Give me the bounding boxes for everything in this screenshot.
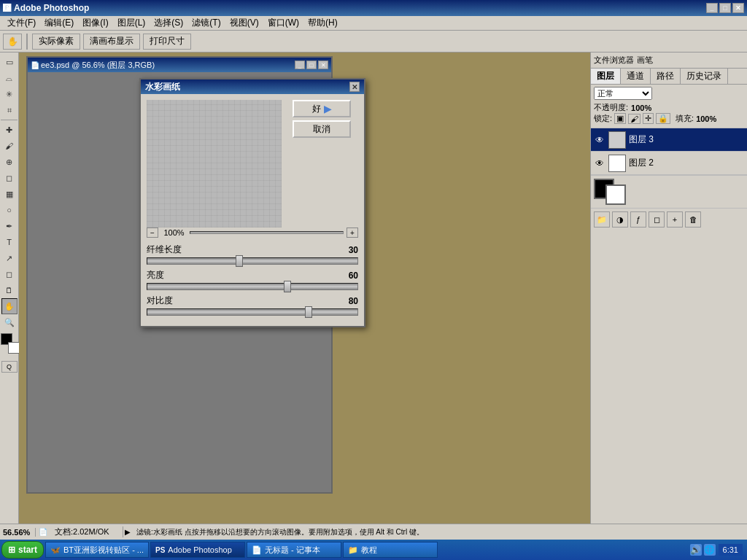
- menu-filter[interactable]: 滤镜(T): [187, 15, 225, 31]
- doc-size-icon: 📄: [39, 528, 47, 536]
- new-fill-button[interactable]: ◑: [612, 211, 628, 228]
- actual-pixels-button[interactable]: 实际像素: [32, 34, 80, 50]
- blend-mode-select[interactable]: 正常: [594, 87, 652, 100]
- opacity-value: 100%: [631, 104, 651, 112]
- zoom-slider[interactable]: [190, 231, 344, 234]
- tool-eraser[interactable]: ◻: [1, 170, 18, 186]
- foreground-color[interactable]: [1, 333, 18, 351]
- contrast-thumb[interactable]: [305, 306, 312, 318]
- menu-window[interactable]: 窗口(W): [263, 15, 303, 31]
- menu-file[interactable]: 文件(F): [3, 15, 40, 31]
- doc-maximize[interactable]: □: [306, 61, 317, 69]
- brightness-slider[interactable]: [147, 283, 358, 290]
- tab-channels[interactable]: 通道: [621, 69, 651, 84]
- tool-brush[interactable]: 🖌: [1, 138, 18, 154]
- close-button[interactable]: ✕: [732, 3, 744, 13]
- fit-screen-button[interactable]: 满画布显示: [83, 34, 140, 50]
- fiber-length-thumb[interactable]: [236, 255, 243, 267]
- menu-layer[interactable]: 图层(L): [113, 15, 150, 31]
- opacity-label: 不透明度:: [594, 102, 628, 113]
- doc-close[interactable]: ✕: [318, 61, 328, 69]
- taskbar-item-bt[interactable]: 🦋 BT亚洲影视转贴区 - ...: [45, 542, 149, 558]
- taskbar-item-notepad[interactable]: 📄 无标题 - 记事本: [247, 542, 341, 558]
- contrast-label: 对比度: [147, 295, 173, 307]
- doc-minimize[interactable]: _: [295, 61, 305, 69]
- layer-3-visibility[interactable]: 👁: [594, 134, 605, 146]
- new-layer-button[interactable]: +: [667, 211, 683, 228]
- tool-hand-tool[interactable]: ✋: [1, 298, 18, 314]
- brightness-thumb[interactable]: [284, 281, 291, 292]
- lock-transparent[interactable]: ▣: [614, 113, 626, 124]
- menu-image[interactable]: 图像(I): [78, 15, 112, 31]
- background-color-swatch[interactable]: [605, 184, 626, 205]
- taskbar-tutorial-icon: 📁: [348, 545, 358, 555]
- tool-crop[interactable]: ⌗: [1, 102, 18, 118]
- taskbar-notepad-label: 无标题 - 记事本: [265, 545, 320, 556]
- pen-label[interactable]: 画笔: [637, 55, 653, 66]
- filter-preview: [147, 100, 282, 228]
- tab-paths[interactable]: 路径: [651, 69, 681, 84]
- new-group-button[interactable]: 📁: [594, 211, 610, 228]
- taskbar-items: 🦋 BT亚洲影视转贴区 - ... PS Adobe Photoshop 📄 无…: [45, 542, 689, 558]
- tool-gradient[interactable]: ▦: [1, 186, 18, 202]
- title-bar-buttons: _ □ ✕: [706, 3, 744, 13]
- taskbar-item-tutorial[interactable]: 📁 教程: [343, 542, 438, 558]
- brightness-label: 亮度: [147, 269, 164, 281]
- tool-heal[interactable]: ✚: [1, 122, 18, 138]
- zoom-plus-button[interactable]: +: [347, 228, 358, 238]
- menu-edit[interactable]: 编辑(E): [40, 15, 78, 31]
- layer-2-visibility[interactable]: 👁: [594, 158, 605, 169]
- lock-all[interactable]: 🔒: [656, 113, 670, 124]
- layer-item-2[interactable]: 👁 图层 2: [591, 152, 747, 175]
- dialog-layout: 好 ▶ 取消: [147, 100, 358, 228]
- lock-position[interactable]: ✛: [643, 113, 654, 124]
- print-size-button[interactable]: 打印尺寸: [143, 34, 191, 50]
- tool-clone[interactable]: ⊕: [1, 154, 18, 170]
- layer-2-name: 图层 2: [629, 157, 744, 169]
- dialog-close-button[interactable]: ✕: [349, 82, 360, 92]
- layer-mask-button[interactable]: ◻: [649, 211, 665, 228]
- minimize-button[interactable]: _: [706, 3, 718, 13]
- layer-effects-button[interactable]: ƒ: [630, 211, 646, 228]
- tool-hand[interactable]: ✋: [3, 34, 22, 50]
- maximize-button[interactable]: □: [719, 3, 731, 13]
- delete-layer-button[interactable]: 🗑: [685, 211, 701, 228]
- cancel-button[interactable]: 取消: [293, 120, 351, 138]
- document-title-bar: 📄 ee3.psd @ 56.6% (图层 3,RGB) _ □ ✕: [28, 58, 331, 72]
- sys-icon-2: 🌐: [704, 544, 716, 556]
- tool-notes[interactable]: 🗒: [1, 282, 18, 298]
- lock-label: 锁定:: [594, 113, 612, 124]
- menu-help[interactable]: 帮助(H): [303, 15, 342, 31]
- menu-view[interactable]: 视图(V): [225, 15, 263, 31]
- tool-magic-wand[interactable]: ✳: [1, 86, 18, 102]
- tab-layers[interactable]: 图层: [591, 69, 621, 84]
- lock-image[interactable]: 🖌: [628, 114, 640, 124]
- tool-shape[interactable]: ◻: [1, 266, 18, 282]
- file-browser-label[interactable]: 文件浏览器: [594, 55, 634, 66]
- tool-text[interactable]: T: [1, 234, 18, 250]
- fiber-length-slider[interactable]: [147, 257, 358, 265]
- color-section: [591, 175, 747, 208]
- tool-dodge[interactable]: ○: [1, 202, 18, 218]
- contrast-slider[interactable]: [147, 308, 358, 316]
- tool-pen[interactable]: ✒: [1, 218, 18, 234]
- fiber-length-label: 纤维长度: [147, 244, 182, 256]
- tool-lasso[interactable]: ⌓: [1, 70, 18, 86]
- quick-mask[interactable]: Q: [1, 361, 18, 373]
- start-button[interactable]: ⊞ start: [1, 541, 44, 559]
- tool-zoom[interactable]: 🔍: [1, 314, 18, 330]
- fill-value: 100%: [696, 114, 716, 123]
- dialog-actions: 好 ▶ 取消: [293, 100, 358, 228]
- zoom-minus-button[interactable]: −: [147, 228, 158, 238]
- layer-item-3[interactable]: 👁 图层 3: [591, 128, 747, 152]
- tool-path-select[interactable]: ↗: [1, 250, 18, 266]
- blend-mode-row: 正常: [594, 87, 744, 100]
- taskbar-notepad-icon: 📄: [252, 545, 262, 555]
- tab-history[interactable]: 历史记录: [681, 69, 728, 84]
- start-icon: ⊞: [8, 545, 15, 555]
- taskbar-item-photoshop[interactable]: PS Adobe Photoshop: [150, 542, 245, 558]
- tool-marquee[interactable]: ▭: [1, 54, 18, 70]
- menu-select[interactable]: 选择(S): [150, 15, 187, 31]
- ok-button[interactable]: 好 ▶: [293, 100, 351, 117]
- layer-3-name: 图层 3: [629, 133, 744, 146]
